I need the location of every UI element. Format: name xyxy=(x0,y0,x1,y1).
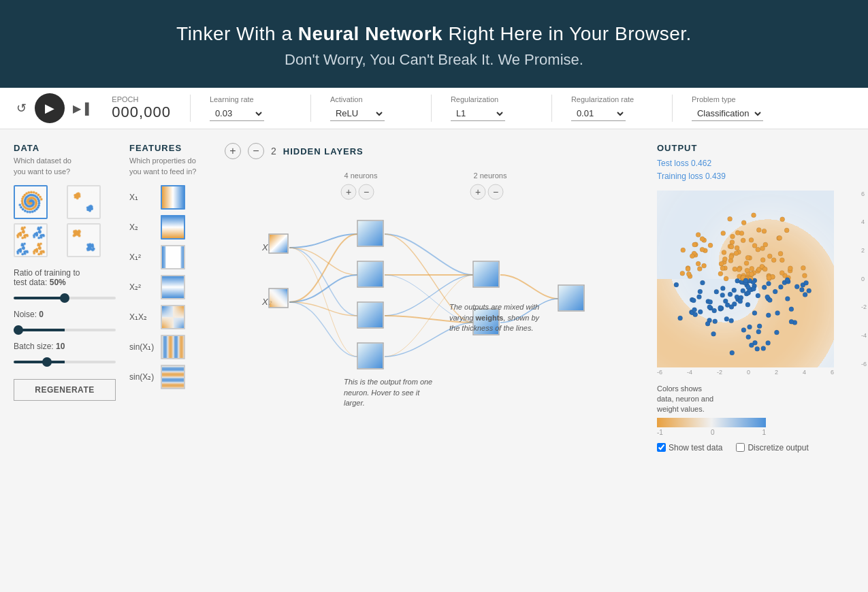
reg-rate-select[interactable]: 00.0010.0030.01 0.030.10.31 310 xyxy=(571,106,626,121)
batch-size-slider[interactable] xyxy=(14,361,116,363)
conn-x2-n1 xyxy=(289,234,357,302)
page-header: Tinker With a Neural Network Right Here … xyxy=(0,0,868,88)
color-legend-label: Colors showsdata, neuron andweight value… xyxy=(657,384,854,415)
feature-x1x2: X₁X₂ xyxy=(129,305,211,329)
batch-size-label: Batch size: 10 xyxy=(14,342,116,351)
train-ratio-slider[interactable] xyxy=(14,297,116,299)
problem-type-group: Problem type ClassificationRegression xyxy=(692,95,773,121)
epoch-section: Epoch 000,000 xyxy=(112,95,171,121)
feature-x2-thumb[interactable] xyxy=(161,215,185,240)
discretize-checkbox[interactable] xyxy=(736,443,745,452)
batch-size-value: 10 xyxy=(56,342,65,351)
feature-sinx2-thumb[interactable] xyxy=(161,365,185,389)
data-panel: DATA Which dataset doyou want to use? Ra… xyxy=(14,143,123,510)
learning-rate-group: Learning rate 0.000010.00010.0010.003 0.… xyxy=(210,95,291,121)
feature-x1x2-thumb[interactable] xyxy=(161,305,185,329)
conn-x1-n2 xyxy=(289,248,357,275)
neuron-l1-1-viz xyxy=(358,221,383,246)
hidden-layers-header: + − 2 HIDDEN LAYERS xyxy=(225,143,643,159)
layer1-neurons-label: 4 neurons xyxy=(344,171,378,180)
dataset-spiral[interactable] xyxy=(14,185,48,219)
dataset-xor[interactable] xyxy=(14,223,48,257)
conn-l1n1-l2n1 xyxy=(385,234,473,275)
toolbar-separator4 xyxy=(551,95,552,122)
regularization-group: Regularization NoneL1L2 xyxy=(451,95,532,121)
train-ratio-label: Ratio of training totest data: 50% xyxy=(14,268,116,287)
activation-select[interactable]: ReLUTanhSigmoidLinear xyxy=(330,106,385,121)
problem-type-select[interactable]: ClassificationRegression xyxy=(692,106,763,121)
tooltip-weights: The outputs are mixed with varying weigh… xyxy=(449,302,545,333)
feature-x1: X₁ xyxy=(129,185,211,210)
conn-x2-n4 xyxy=(289,302,357,357)
discretize-item: Discretize output xyxy=(736,443,808,453)
input-x1-viz xyxy=(270,235,287,252)
feature-x1sq-label: X₁² xyxy=(129,252,157,262)
features-panel: FEATURES Which properties doyou want to … xyxy=(123,143,218,510)
discretize-label: Discretize output xyxy=(748,443,808,453)
x-axis: -6-4-20246 xyxy=(657,369,834,376)
problem-type-select-wrap: ClassificationRegression xyxy=(692,106,773,121)
color-bar-row xyxy=(657,418,854,427)
feature-x1sq: X₁² xyxy=(129,245,211,269)
header-subtitle: Don't Worry, You Can't Break It. We Prom… xyxy=(14,51,854,69)
dataset-cluster[interactable] xyxy=(67,185,101,219)
learning-rate-select[interactable]: 0.000010.00010.0010.003 0.010.030.10.3 1… xyxy=(210,106,264,121)
feature-x2sq-label: X₂² xyxy=(129,282,157,292)
remove-layer-button[interactable]: − xyxy=(248,143,264,159)
play-icon: ▶ xyxy=(45,101,54,116)
conn-x2-n2 xyxy=(289,275,357,302)
add-layer-button[interactable]: + xyxy=(225,143,241,159)
feature-sinx1-thumb[interactable] xyxy=(161,335,185,359)
feature-x2-label: X₂ xyxy=(129,223,157,232)
step-icon: ▶▐ xyxy=(73,103,89,114)
reg-rate-select-wrap: 00.0010.0030.01 0.030.10.31 310 xyxy=(571,106,653,121)
playback-controls: ↺ ▶ ▶▐ xyxy=(14,93,91,123)
header-title: Tinker With a Neural Network Right Here … xyxy=(14,20,854,47)
neuron-l1-4-viz xyxy=(358,344,383,368)
play-button[interactable]: ▶ xyxy=(35,93,65,123)
color-bar xyxy=(657,418,766,427)
regenerate-button[interactable]: REGENERATE xyxy=(14,379,116,401)
conn-x1-n1 xyxy=(289,234,357,248)
noise-label: Noise: 0 xyxy=(14,310,116,319)
neuron-l2-1-viz xyxy=(474,262,498,286)
reg-rate-label: Regularization rate xyxy=(571,95,653,103)
loss-info: Test loss 0.462 Training loss 0.439 xyxy=(657,157,854,183)
output-canvas xyxy=(657,191,834,367)
step-button[interactable]: ▶▐ xyxy=(70,99,91,118)
header-title-plain: Tinker With a xyxy=(176,23,298,44)
reset-button[interactable]: ↺ xyxy=(14,98,29,118)
test-loss-label: Test loss xyxy=(657,159,689,168)
output-viz-container: 6420-2-4-6 xyxy=(657,191,854,367)
noise-value: 0 xyxy=(39,310,44,319)
feature-x2: X₂ xyxy=(129,215,211,240)
show-test-data-item: Show test data xyxy=(657,443,722,453)
toolbar-separator2 xyxy=(310,95,311,122)
dataset-gauss[interactable] xyxy=(67,223,101,257)
show-test-data-checkbox[interactable] xyxy=(657,443,666,452)
regularization-select-wrap: NoneL1L2 xyxy=(451,106,532,121)
network-svg: 4 neurons 2 neurons + − + − xyxy=(225,166,620,493)
noise-slider[interactable] xyxy=(14,329,116,331)
regularization-select[interactable]: NoneL1L2 xyxy=(451,106,505,121)
feature-x1sq-thumb[interactable] xyxy=(161,245,185,269)
noise-section: Noise: 0 xyxy=(14,310,116,333)
toolbar-separator5 xyxy=(672,95,673,122)
output-panel: OUTPUT Test loss 0.462 Training loss 0.4… xyxy=(650,143,854,510)
learning-rate-label: Learning rate xyxy=(210,95,291,103)
color-legend: Colors showsdata, neuron andweight value… xyxy=(657,384,854,436)
output-node-viz xyxy=(559,286,583,310)
header-title-end: Right Here in Your Browser. xyxy=(443,23,692,44)
show-test-data-label: Show test data xyxy=(669,443,722,453)
feature-x2sq-thumb[interactable] xyxy=(161,275,185,299)
batch-size-section: Batch size: 10 xyxy=(14,342,116,365)
toolbar-separator xyxy=(190,95,191,122)
feature-x1-thumb[interactable] xyxy=(161,185,185,210)
neuron-l1-3-viz xyxy=(358,303,383,327)
tooltip-neuron: This is the output from one neuron. Hove… xyxy=(344,377,439,408)
train-loss-label: Training loss xyxy=(657,171,703,181)
train-loss-value: 0.439 xyxy=(705,171,726,181)
learning-rate-select-wrap: 0.000010.00010.0010.003 0.010.030.10.3 1… xyxy=(210,106,291,121)
data-panel-subtitle: Which dataset doyou want to use? xyxy=(14,156,116,177)
problem-type-label: Problem type xyxy=(692,95,773,103)
